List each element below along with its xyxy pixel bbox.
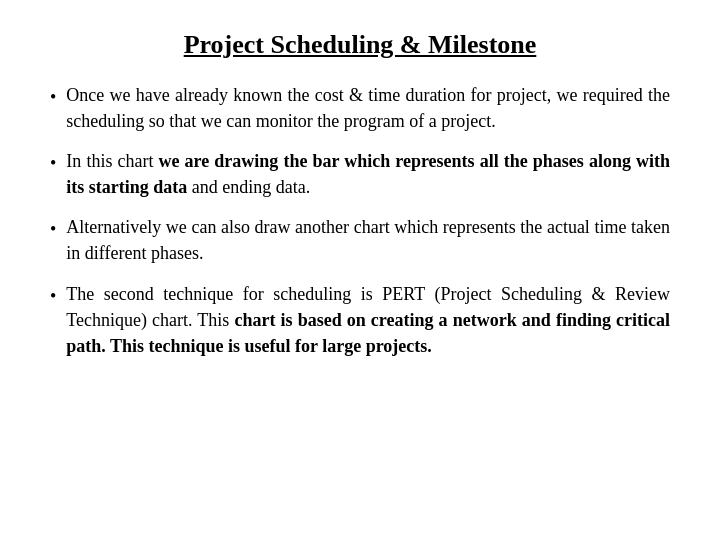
slide-title: Project Scheduling & Milestone <box>50 30 670 60</box>
slide-container: Project Scheduling & Milestone • Once we… <box>0 0 720 540</box>
bullet-item-3: • Alternatively we can also draw another… <box>50 214 670 266</box>
bullet1-text: Once we have already known the cost & ti… <box>66 85 670 131</box>
bullet-point-4: • <box>50 283 56 309</box>
bullet-text-1: Once we have already known the cost & ti… <box>66 82 670 134</box>
bullet3-text: Alternatively we can also draw another c… <box>66 217 670 263</box>
bullet-point-2: • <box>50 150 56 176</box>
bullet-text-3: Alternatively we can also draw another c… <box>66 214 670 266</box>
bullet-item-2: • In this chart we are drawing the bar w… <box>50 148 670 200</box>
bullet2-text-normal-2: and ending data. <box>187 177 310 197</box>
bullet2-text-normal-1: In this chart <box>66 151 158 171</box>
content-area: • Once we have already known the cost & … <box>50 82 670 359</box>
bullet-point-3: • <box>50 216 56 242</box>
bullet-point-1: • <box>50 84 56 110</box>
bullet-text-4: The second technique for scheduling is P… <box>66 281 670 359</box>
bullet-item-4: • The second technique for scheduling is… <box>50 281 670 359</box>
bullet-text-2: In this chart we are drawing the bar whi… <box>66 148 670 200</box>
bullet-item-1: • Once we have already known the cost & … <box>50 82 670 134</box>
